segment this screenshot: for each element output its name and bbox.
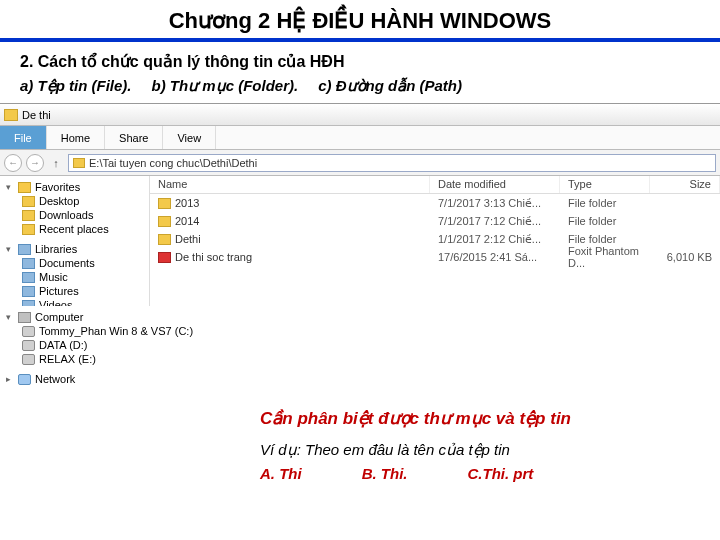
note-highlight: Cần phân biệt được thư mục và tệp tin (0, 396, 720, 437)
nav-label: Network (35, 373, 75, 385)
nav-item-videos[interactable]: Videos (0, 298, 149, 306)
choice-a: A. Thi (260, 465, 302, 482)
nav-item-documents[interactable]: Documents (0, 256, 149, 270)
folder-icon (22, 196, 35, 207)
nav-item-label: Recent places (39, 223, 109, 235)
drive-icon (22, 354, 35, 365)
library-icon (22, 258, 35, 269)
nav-network[interactable]: ▸Network (0, 372, 220, 386)
file-row[interactable]: 20137/1/2017 3:13 Chiề...File folder (150, 194, 720, 212)
library-icon (22, 272, 35, 283)
file-type: File folder (560, 215, 650, 227)
navigation-pane-lower: ▾Computer Tommy_Phan Win 8 & VS7 (C:) DA… (0, 306, 220, 396)
address-input[interactable]: E:\Tai tuyen cong chuc\Dethi\Dethi (68, 154, 716, 172)
folder-icon (22, 224, 35, 235)
nav-item-label: Documents (39, 257, 95, 269)
file-explorer: De thi File Home Share View ← → ↑ E:\Tai… (0, 103, 720, 306)
titlebar: De thi (0, 104, 720, 126)
file-size: 6,010 KB (650, 251, 720, 263)
library-icon (22, 300, 35, 307)
nav-item-label: DATA (D:) (39, 339, 87, 351)
file-type: File folder (560, 197, 650, 209)
file-date: 7/1/2017 3:13 Chiề... (430, 197, 560, 210)
sub-c: c) Đường dẫn (Path) (318, 77, 462, 95)
library-icon (22, 286, 35, 297)
nav-up-button[interactable]: ↑ (48, 155, 64, 171)
folder-icon (22, 210, 35, 221)
nav-label: Favorites (35, 181, 80, 193)
navigation-pane: ▾Favorites Desktop Downloads Recent plac… (0, 176, 150, 306)
nav-item-label: Videos (39, 299, 72, 306)
file-date: 7/1/2017 7:12 Chiề... (430, 215, 560, 228)
sub-a: a) Tệp tin (File). (20, 77, 132, 95)
nav-item-music[interactable]: Music (0, 270, 149, 284)
chevron-right-icon: ▸ (6, 374, 14, 384)
computer-icon (18, 312, 31, 323)
nav-item-recent[interactable]: Recent places (0, 222, 149, 236)
address-text: E:\Tai tuyen cong chuc\Dethi\Dethi (89, 157, 257, 169)
tab-file[interactable]: File (0, 126, 47, 149)
nav-item-desktop[interactable]: Desktop (0, 194, 149, 208)
nav-item-drive-d[interactable]: DATA (D:) (0, 338, 220, 352)
nav-forward-button[interactable]: → (26, 154, 44, 172)
choice-b: B. Thi. (362, 465, 408, 482)
nav-item-label: Desktop (39, 195, 79, 207)
nav-item-label: Tommy_Phan Win 8 & VS7 (C:) (39, 325, 193, 337)
nav-computer[interactable]: ▾Computer (0, 310, 220, 324)
nav-favorites[interactable]: ▾Favorites (0, 180, 149, 194)
file-type: Foxit Phantom D... (560, 245, 650, 269)
nav-label: Libraries (35, 243, 77, 255)
section-heading: 2. Cách tổ chức quản lý thông tin của HĐ… (0, 52, 720, 77)
drive-icon (22, 326, 35, 337)
col-date[interactable]: Date modified (430, 176, 560, 193)
file-date: 1/1/2017 2:12 Chiề... (430, 233, 560, 246)
file-name: De thi soc trang (175, 251, 252, 263)
nav-back-button[interactable]: ← (4, 154, 22, 172)
file-type: File folder (560, 233, 650, 245)
example-choices: A. Thi B. Thi. C.Thi. prt (0, 465, 720, 482)
subitems-row: a) Tệp tin (File). b) Thư mục (Folder). … (0, 77, 720, 103)
col-type[interactable]: Type (560, 176, 650, 193)
folder-icon (158, 198, 171, 209)
tab-share[interactable]: Share (105, 126, 163, 149)
slide-title: Chương 2 HỆ ĐIỀU HÀNH WINDOWS (0, 0, 720, 38)
col-size[interactable]: Size (650, 176, 720, 193)
nav-item-drive-e[interactable]: RELAX (E:) (0, 352, 220, 366)
libraries-icon (18, 244, 31, 255)
nav-item-pictures[interactable]: Pictures (0, 284, 149, 298)
choice-c: C.Thi. prt (468, 465, 534, 482)
chevron-down-icon: ▾ (6, 244, 14, 254)
nav-item-drive-c[interactable]: Tommy_Phan Win 8 & VS7 (C:) (0, 324, 220, 338)
folder-icon (4, 109, 18, 121)
network-icon (18, 374, 31, 385)
nav-item-label: RELAX (E:) (39, 353, 96, 365)
tab-view[interactable]: View (163, 126, 216, 149)
address-bar: ← → ↑ E:\Tai tuyen cong chuc\Dethi\Dethi (0, 150, 720, 176)
file-name: Dethi (175, 233, 201, 245)
tab-home[interactable]: Home (47, 126, 105, 149)
folder-icon (158, 234, 171, 245)
nav-label: Computer (35, 311, 83, 323)
file-list-pane: Name Date modified Type Size 20137/1/201… (150, 176, 720, 306)
chevron-down-icon: ▾ (6, 182, 14, 192)
drive-icon (22, 340, 35, 351)
star-icon (18, 182, 31, 193)
example-prompt: Ví dụ: Theo em đâu là tên của tệp tin (0, 437, 720, 465)
nav-item-label: Music (39, 271, 68, 283)
nav-item-downloads[interactable]: Downloads (0, 208, 149, 222)
folder-icon (73, 158, 85, 168)
col-name[interactable]: Name (150, 176, 430, 193)
column-headers: Name Date modified Type Size (150, 176, 720, 194)
window-title: De thi (22, 109, 51, 121)
file-row[interactable]: 20147/1/2017 7:12 Chiề...File folder (150, 212, 720, 230)
file-date: 17/6/2015 2:41 Sá... (430, 251, 560, 263)
nav-item-label: Downloads (39, 209, 93, 221)
folder-icon (158, 216, 171, 227)
file-row[interactable]: De thi soc trang17/6/2015 2:41 Sá...Foxi… (150, 248, 720, 266)
nav-item-label: Pictures (39, 285, 79, 297)
ribbon-tabs: File Home Share View (0, 126, 720, 150)
nav-libraries[interactable]: ▾Libraries (0, 242, 149, 256)
file-name: 2013 (175, 197, 199, 209)
sub-b: b) Thư mục (Folder). (152, 77, 299, 95)
file-name: 2014 (175, 215, 199, 227)
